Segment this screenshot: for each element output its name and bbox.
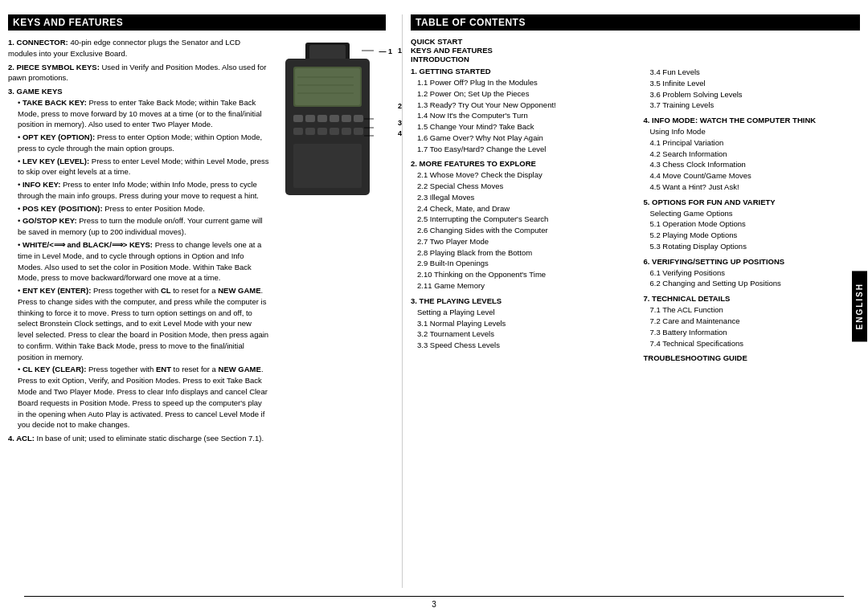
toc-section-5-title: 5. OPTIONS FOR FUN AND VARIETY xyxy=(644,198,861,206)
toc-item: 2.10 Thinking on the Opponent's Time xyxy=(411,269,628,280)
toc-item: 2.3 Illegal Moves xyxy=(411,192,628,203)
svg-rect-9 xyxy=(293,115,303,122)
takeback-label: TAKE BACK KEY: xyxy=(23,98,87,107)
toc-section-1: 1. GETTING STARTED 1.1 Power Off? Plug I… xyxy=(411,67,628,154)
toc-item: 2.9 Built-In Openings xyxy=(411,258,628,269)
number-badge-1: — 1 xyxy=(379,47,392,55)
quick-start-links: QUICK START KEYS AND FEATURES INTRODUCTI… xyxy=(411,37,860,63)
svg-rect-10 xyxy=(305,115,315,122)
toc-item: 2.8 Playing Black from the Bottom xyxy=(411,247,628,259)
toc-item: 3.7 Training Levels xyxy=(644,100,861,111)
sidebar-container: ENGLISH xyxy=(850,0,868,612)
list-item: 2. PIECE SYMBOL KEYS: Used in Verify and… xyxy=(8,62,269,84)
left-section-content: 1. CONNECTOR: 40-pin edge connector plug… xyxy=(8,37,269,444)
left-content-row: 1. CONNECTOR: 40-pin edge connector plug… xyxy=(8,37,386,444)
num-label-4: 4 xyxy=(398,130,402,137)
pos-label: POS KEY (POSITION): xyxy=(23,204,103,213)
list-item: • OPT KEY (OPTION): Press to enter Optio… xyxy=(18,132,269,154)
toc-item: 3.4 Fun Levels xyxy=(644,67,861,78)
toc-item: 7.2 Care and Maintenance xyxy=(644,316,861,327)
toc-item: Setting a Playing Level xyxy=(411,307,628,318)
svg-rect-24 xyxy=(293,144,362,188)
toc-item: 1.6 Game Over? Why Not Play Again xyxy=(411,133,628,144)
svg-rect-17 xyxy=(305,128,315,135)
game-keys-header: 3. GAME KEYS xyxy=(8,86,269,97)
toc-section-3-cont: 3.4 Fun Levels 3.5 Infinite Level 3.6 Pr… xyxy=(644,67,861,111)
toc-item: 7.1 The ACL Function xyxy=(644,304,861,316)
keys-features-label: KEYS AND FEATURES xyxy=(411,46,493,55)
acl-item: 4. ACL: In base of unit; used to elimina… xyxy=(8,433,269,444)
toc-item: 4.3 Chess Clock Information xyxy=(644,159,861,170)
toc-section-5-items: Selecting Game Options 5.1 Operation Mod… xyxy=(644,208,861,252)
number-labels: 1 2 3 4 xyxy=(398,47,402,137)
toc-item: 1.1 Power Off? Plug In the Modules xyxy=(411,77,628,88)
opt-label: OPT KEY (OPTION): xyxy=(23,133,95,141)
list-item: • LEV KEY (LEVEL): Press to enter Level … xyxy=(18,156,269,178)
list-item: • CL KEY (CLEAR): Press together with EN… xyxy=(18,364,269,430)
toc-item: 4.4 Move Count/Game Moves xyxy=(644,170,861,182)
list-item: 1. CONNECTOR: 40-pin edge connector plug… xyxy=(8,37,269,59)
item-2-label: 2. PIECE SYMBOL KEYS: xyxy=(8,63,100,71)
svg-rect-18 xyxy=(317,128,327,135)
device-svg xyxy=(281,41,374,202)
page-container: KEYS AND FEATURES 1. CONNECTOR: 40-pin e… xyxy=(0,0,868,612)
svg-rect-19 xyxy=(330,128,339,135)
toc-item: 5.2 Playing Mode Options xyxy=(644,230,861,241)
svg-rect-14 xyxy=(354,115,363,122)
toc-section-5: 5. OPTIONS FOR FUN AND VARIETY Selecting… xyxy=(644,198,861,252)
toc-item: 5.3 Rotating Display Options xyxy=(644,241,861,252)
toc-item: 5.1 Operation Mode Options xyxy=(644,218,861,230)
toc-item: Selecting Game Options xyxy=(644,208,861,219)
left-section-header: KEYS AND FEATURES xyxy=(8,14,386,31)
svg-rect-5 xyxy=(295,68,360,105)
toc-section-1-items: 1.1 Power Off? Plug In the Modules 1.2 P… xyxy=(411,77,628,154)
page-number: 3 xyxy=(24,596,844,612)
toc-section-2: 2. MORE FEATURES TO EXPLORE 2.1 Whose Mo… xyxy=(411,159,628,291)
toc-section-4: 4. INFO MODE: WATCH THE COMPUTER THINK U… xyxy=(644,116,861,193)
right-panel: TABLE OF CONTENTS QUICK START KEYS AND F… xyxy=(402,14,860,588)
toc-item: 1.5 Change Your Mind? Take Back xyxy=(411,121,628,133)
toc-section-troubleshooting: TROUBLESHOOTING GUIDE xyxy=(644,353,861,362)
toc-section-1-title: 1. GETTING STARTED xyxy=(411,67,628,75)
toc-item: 7.3 Battery Information xyxy=(644,327,861,338)
info-label: INFO KEY: xyxy=(23,180,60,189)
toc-item: 4.1 Principal Variation xyxy=(644,137,861,149)
toc-item: 4.2 Search Information xyxy=(644,149,861,160)
toc-section-2-items: 2.1 Whose Move? Check the Display 2.2 Sp… xyxy=(411,169,628,291)
toc-item: 6.1 Verifying Positions xyxy=(644,267,861,279)
toc-item: 3.6 Problem Solving Levels xyxy=(644,89,861,100)
toc-item: 2.2 Special Chess Moves xyxy=(411,181,628,192)
cl-label: CL KEY (CLEAR): xyxy=(23,365,86,373)
list-item: • POS KEY (POSITION): Press to enter Pos… xyxy=(18,203,269,214)
svg-rect-20 xyxy=(342,128,351,135)
toc-item: 4.5 Want a Hint? Just Ask! xyxy=(644,182,861,193)
svg-rect-16 xyxy=(293,128,303,135)
gostop-label: GO/STOP KEY: xyxy=(23,216,77,225)
toc-item: 6.2 Changing and Setting Up Positions xyxy=(644,278,861,289)
toc-item: 2.1 Whose Move? Check the Display xyxy=(411,169,628,181)
toc-item: 3.2 Tournament Levels xyxy=(411,328,628,340)
connector-label: CONNECTOR: xyxy=(17,38,68,47)
toc-item: Using Info Mode xyxy=(644,126,861,137)
item-1-label: 1. CONNECTOR: xyxy=(8,38,68,47)
toc-item: 2.7 Two Player Mode xyxy=(411,236,628,247)
sidebar-english-label: ENGLISH xyxy=(852,271,867,341)
num-label-1: 1 xyxy=(398,47,402,55)
lev-label: LEV KEY (LEVEL): xyxy=(23,157,89,165)
right-section-header: TABLE OF CONTENTS xyxy=(411,14,860,31)
toc-item: 2.6 Changing Sides with the Computer xyxy=(411,225,628,236)
toc-item: 2.4 Check, Mate, and Draw xyxy=(411,203,628,214)
toc-item: 1.2 Power On; Set Up the Pieces xyxy=(411,88,628,100)
toc-section-7-items: 7.1 The ACL Function 7.2 Care and Mainte… xyxy=(644,304,861,349)
device-image-col: — 1 xyxy=(281,37,386,444)
toc-troubleshooting-title: TROUBLESHOOTING GUIDE xyxy=(644,353,861,362)
left-text-col: 1. CONNECTOR: 40-pin edge connector plug… xyxy=(8,37,269,444)
quick-start-label: QUICK START xyxy=(411,37,462,46)
svg-rect-1 xyxy=(309,45,346,59)
left-panel: KEYS AND FEATURES 1. CONNECTOR: 40-pin e… xyxy=(8,14,402,588)
piece-symbol-label: PIECE SYMBOL KEYS: xyxy=(17,63,100,71)
ent-label: ENT KEY (ENTER): xyxy=(23,286,91,295)
num-label-2: 2 xyxy=(398,103,402,110)
toc-section-3-cont-items: 3.4 Fun Levels 3.5 Infinite Level 3.6 Pr… xyxy=(644,67,861,111)
svg-rect-21 xyxy=(354,128,363,135)
